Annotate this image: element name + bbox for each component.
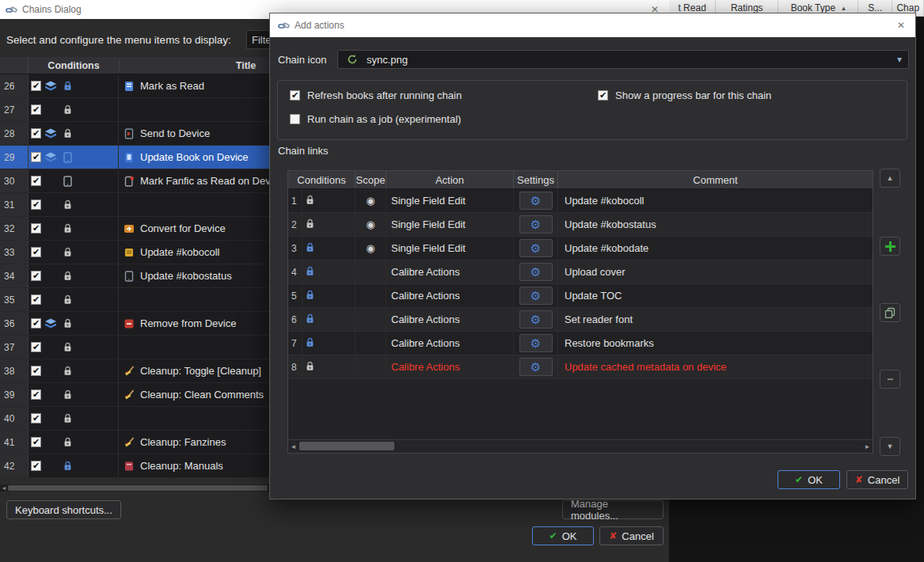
links-horizontal-scrollbar[interactable]: ◄ ► <box>288 439 873 453</box>
gear-icon: ⚙ <box>530 266 541 278</box>
row-number: 37 <box>0 336 29 359</box>
row-number: 30 <box>0 169 29 192</box>
links-column-header[interactable]: Comment <box>558 171 873 188</box>
checkbox[interactable]: ✔ <box>31 176 41 186</box>
checkbox[interactable]: ✔ <box>31 247 41 257</box>
ok-button[interactable]: ✔ OK <box>778 470 840 489</box>
scroll-right-icon[interactable]: ► <box>862 440 873 453</box>
scrollbar-handle[interactable] <box>8 485 268 491</box>
device-icon <box>59 152 76 163</box>
row-number: 27 <box>0 98 29 121</box>
scroll-left-icon[interactable]: ◄ <box>0 484 8 492</box>
row-number: 6 <box>288 308 302 331</box>
row-number: 34 <box>0 264 29 287</box>
conditions-cell: ✔ <box>29 264 119 287</box>
lock-icon <box>59 223 76 234</box>
scrollbar-handle[interactable] <box>299 442 394 450</box>
lock-icon <box>59 437 76 447</box>
action-cell: Calibre Actions <box>386 355 514 378</box>
checkbox[interactable]: ✔ <box>31 128 41 139</box>
move-up-button[interactable]: ▲ <box>880 169 900 188</box>
lock-icon <box>59 318 76 328</box>
cancel-button[interactable]: ✘ Cancel <box>846 470 908 489</box>
row-number: 38 <box>0 359 29 382</box>
layers-icon <box>43 128 59 139</box>
chain-title: Update #kobostatus <box>140 270 232 282</box>
app-icon <box>278 20 290 32</box>
checkbox[interactable]: ✔ <box>31 342 41 352</box>
action-cell: Calibre Actions <box>386 260 514 283</box>
comment-cell: Update cached metadata on device <box>558 355 873 378</box>
row-number: 33 <box>0 241 29 264</box>
option-checkbox[interactable]: ✔Show a progress bar for this chain <box>598 89 771 101</box>
scroll-left-icon[interactable]: ◄ <box>288 440 298 453</box>
checkbox[interactable]: ✔ <box>31 152 41 162</box>
lock-icon <box>59 104 76 115</box>
button-label: OK <box>562 530 577 542</box>
settings-button[interactable]: ⚙ <box>519 310 553 328</box>
scrollbar-track[interactable] <box>298 440 862 453</box>
row-number: 32 <box>0 217 29 240</box>
links-column-header[interactable]: Conditions <box>288 171 356 188</box>
chain-title: Cleanup: Toggle [Cleanup] <box>140 365 261 377</box>
scope-icon: ◉ <box>366 242 375 254</box>
conditions-cell: ✔ <box>29 336 119 359</box>
checkbox[interactable]: ✔ <box>31 437 41 447</box>
settings-button[interactable]: ⚙ <box>519 192 553 210</box>
close-icon[interactable]: ✕ <box>887 13 915 37</box>
settings-button[interactable]: ⚙ <box>519 358 553 376</box>
checkbox[interactable]: ✔ <box>31 294 41 305</box>
link-row[interactable]: 7Calibre Actions⚙Restore bookmarks <box>288 332 873 355</box>
move-down-button[interactable]: ▼ <box>880 437 900 456</box>
checkbox[interactable]: ✔ <box>31 366 41 376</box>
link-row[interactable]: 3◉Single Field Edit⚙Update #kobodate <box>288 237 873 260</box>
row-number: 3 <box>288 237 302 260</box>
conditions-column-header[interactable]: Conditions <box>29 60 119 71</box>
up-arrow-icon: ▲ <box>887 174 894 182</box>
checkbox[interactable]: ✔ <box>31 389 41 400</box>
links-column-header[interactable]: Settings <box>514 171 558 188</box>
conditions-cell <box>302 213 356 236</box>
send-device-icon <box>121 128 137 139</box>
link-row[interactable]: 6Calibre Actions⚙Set reader font <box>288 308 873 332</box>
settings-button[interactable]: ⚙ <box>519 215 553 234</box>
action-cell: Calibre Actions <box>386 308 514 331</box>
checkbox[interactable]: ✔ <box>31 223 41 234</box>
button-label: Cancel <box>868 474 899 486</box>
checkbox[interactable]: ✔ <box>31 81 41 91</box>
scope-cell: ◉ <box>356 213 386 236</box>
link-row[interactable]: 5Calibre Actions⚙Update TOC <box>288 284 873 308</box>
option-checkbox[interactable]: ✔Refresh books after running chain <box>290 89 462 101</box>
checkbox[interactable]: ✔ <box>31 271 41 281</box>
chain-title: Cleanup: Fanzines <box>140 436 226 448</box>
link-row[interactable]: 4Calibre Actions⚙Upload cover <box>288 260 873 284</box>
ok-button[interactable]: ✔ OK <box>532 526 594 545</box>
add-link-button[interactable] <box>880 237 900 256</box>
instruction-text: Select and configure the menu items to d… <box>6 34 231 46</box>
keyboard-shortcuts-button[interactable]: Keyboard shortcuts... <box>6 500 121 519</box>
links-column-header[interactable]: Action <box>386 171 514 188</box>
checkbox[interactable]: ✔ <box>31 104 41 115</box>
checkbox[interactable]: ✔ <box>31 318 41 328</box>
settings-button[interactable]: ⚙ <box>519 239 553 257</box>
settings-button[interactable]: ⚙ <box>519 334 553 352</box>
lock-icon <box>59 413 76 423</box>
gear-icon: ⚙ <box>530 242 541 254</box>
links-column-header[interactable]: Scope <box>356 171 386 188</box>
link-row[interactable]: 2◉Single Field Edit⚙Update #kobostatus <box>288 213 873 237</box>
link-row[interactable]: 1◉Single Field Edit⚙Update #kobocoll <box>288 189 873 213</box>
settings-button[interactable]: ⚙ <box>519 263 553 281</box>
remove-link-button[interactable]: − <box>880 370 900 389</box>
settings-cell: ⚙ <box>514 189 558 212</box>
checkbox[interactable]: ✔ <box>31 199 41 210</box>
checkbox[interactable]: ✔ <box>31 413 41 423</box>
checkbox[interactable]: ✔ <box>31 461 41 471</box>
settings-button[interactable]: ⚙ <box>519 287 553 305</box>
link-row[interactable]: 8Calibre Actions⚙Update cached metadata … <box>288 355 873 379</box>
chain-title: Mark Fanfic as Read on Dev <box>140 175 271 187</box>
chain-icon-combobox[interactable]: sync.png ▾ <box>337 50 909 69</box>
manage-modules-button[interactable]: Manage modules... <box>562 500 664 519</box>
cancel-button[interactable]: ✘ Cancel <box>599 526 664 545</box>
option-checkbox[interactable]: Run chain as a job (experimental) <box>290 113 461 125</box>
copy-link-button[interactable] <box>880 303 900 322</box>
